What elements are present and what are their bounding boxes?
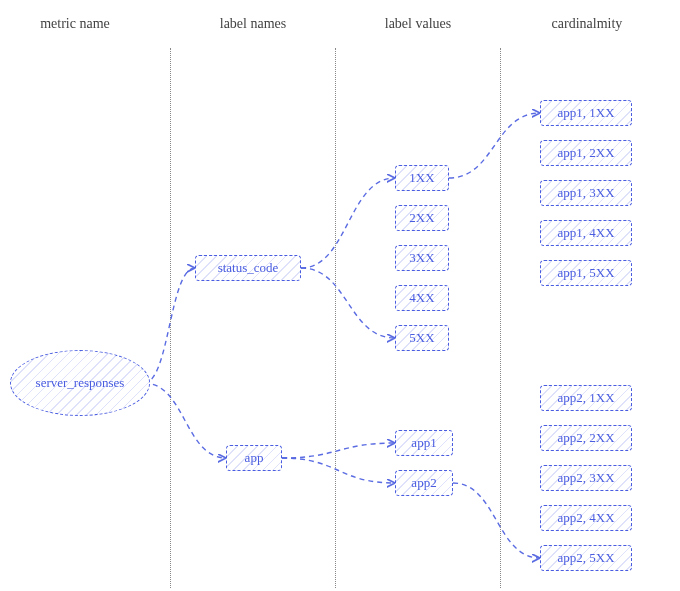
- label-value-status_code-4XX: 4XX: [395, 285, 449, 311]
- cardinality-item: app2, 4XX: [540, 505, 632, 531]
- cardinality-item: app1, 4XX: [540, 220, 632, 246]
- label-value-status_code-3XX: 3XX: [395, 245, 449, 271]
- cardinality-item: app2, 2XX: [540, 425, 632, 451]
- col-header-metric-name: metric name: [40, 16, 110, 32]
- col-header-label-values: label values: [385, 16, 451, 32]
- cardinality-item: app1, 3XX: [540, 180, 632, 206]
- col-header-label-names: label names: [220, 16, 286, 32]
- col-header-cardinality: cardinalmity: [552, 16, 623, 32]
- cardinality-item: app1, 2XX: [540, 140, 632, 166]
- label-value-status_code-1XX: 1XX: [395, 165, 449, 191]
- cardinality-item: app2, 1XX: [540, 385, 632, 411]
- column-separator: [500, 48, 501, 588]
- cardinality-item: app2, 3XX: [540, 465, 632, 491]
- label-name-status_code: status_code: [195, 255, 301, 281]
- cardinality-item: app1, 1XX: [540, 100, 632, 126]
- metric-name-node: server_responses: [10, 350, 150, 416]
- cardinality-item: app1, 5XX: [540, 260, 632, 286]
- label-value-status_code-5XX: 5XX: [395, 325, 449, 351]
- label-value-app-app2: app2: [395, 470, 453, 496]
- column-separator: [170, 48, 171, 588]
- column-separator: [335, 48, 336, 588]
- cardinality-item: app2, 5XX: [540, 545, 632, 571]
- label-value-status_code-2XX: 2XX: [395, 205, 449, 231]
- label-value-app-app1: app1: [395, 430, 453, 456]
- label-name-app: app: [226, 445, 282, 471]
- connector-arrows-layer: [0, 0, 680, 591]
